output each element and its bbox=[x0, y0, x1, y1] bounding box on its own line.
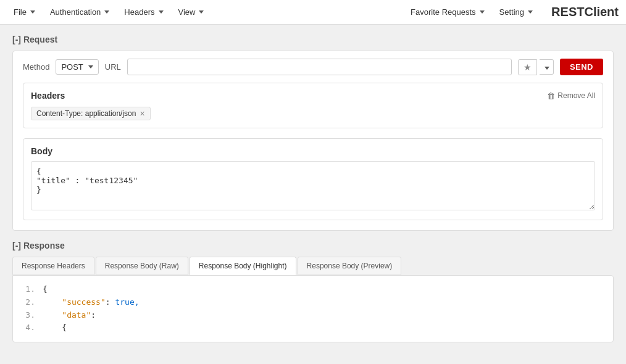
header-tags: Content-Type: application/json × bbox=[31, 107, 595, 120]
body-title: Body bbox=[31, 146, 595, 156]
response-section-header: [-] Response bbox=[12, 241, 614, 250]
request-section-header: [-] Request bbox=[12, 35, 614, 44]
code-line-3: 3. "data": bbox=[23, 309, 603, 322]
nav-file[interactable]: File bbox=[7, 0, 41, 25]
body-textarea[interactable]: { "title" : "test12345" } bbox=[31, 161, 595, 210]
tab-response-headers[interactable]: Response Headers bbox=[12, 257, 94, 275]
nav-setting[interactable]: Setting bbox=[493, 0, 539, 25]
nav-file-label: File bbox=[14, 7, 27, 17]
line-number: 1. bbox=[23, 283, 35, 296]
chevron-down-icon bbox=[480, 10, 485, 14]
method-select[interactable]: POST bbox=[56, 59, 98, 75]
navbar: File Authentication Headers View Favorit… bbox=[0, 0, 626, 25]
main-content: [-] Request Method POST URL https://api.… bbox=[0, 25, 626, 352]
tab-response-body-preview[interactable]: Response Body (Preview) bbox=[298, 257, 402, 275]
favorite-star-button[interactable]: ★ bbox=[518, 59, 537, 75]
nav-authentication-label: Authentication bbox=[50, 7, 101, 17]
headers-title-row: Headers 🗑 Remove All bbox=[31, 91, 595, 101]
code-content: { bbox=[43, 321, 67, 334]
app-title: RESTClient bbox=[551, 5, 619, 19]
send-button[interactable]: SEND bbox=[560, 59, 603, 75]
navbar-left: File Authentication Headers View bbox=[7, 0, 404, 25]
remove-all-label: Remove All bbox=[557, 91, 595, 100]
method-chevron-icon bbox=[88, 65, 93, 68]
nav-headers-label: Headers bbox=[124, 7, 154, 17]
chevron-down-icon bbox=[528, 10, 533, 14]
request-panel: Method POST URL https://api.pipedrive.co… bbox=[12, 51, 614, 231]
code-line-2: 2. "success": true, bbox=[23, 296, 603, 309]
code-string: "success" bbox=[62, 297, 105, 307]
nav-favorite-requests-label: Favorite Requests bbox=[411, 7, 476, 17]
header-tag: Content-Type: application/json × bbox=[31, 107, 151, 120]
url-actions: ★ bbox=[518, 59, 554, 75]
code-line-4: 4. { bbox=[23, 321, 603, 334]
code-content: "success": true, bbox=[43, 296, 140, 309]
chevron-down-icon bbox=[199, 10, 204, 14]
line-number: 3. bbox=[23, 309, 35, 322]
remove-all-button[interactable]: 🗑 Remove All bbox=[547, 91, 595, 101]
nav-favorite-requests[interactable]: Favorite Requests bbox=[404, 0, 491, 25]
nav-setting-label: Setting bbox=[499, 7, 524, 17]
method-value: POST bbox=[61, 62, 83, 72]
line-number: 4. bbox=[23, 321, 35, 334]
code-content: "data": bbox=[43, 309, 96, 322]
url-dropdown-button[interactable] bbox=[540, 59, 554, 75]
trash-icon: 🗑 bbox=[547, 91, 555, 101]
code-string: "data" bbox=[62, 310, 91, 320]
header-tag-close-button[interactable]: × bbox=[140, 109, 144, 118]
url-input[interactable]: https://api.pipedrive.com/v1/deals?api_t… bbox=[127, 59, 512, 75]
code-boolean: true, bbox=[115, 297, 139, 307]
chevron-down-icon bbox=[104, 10, 109, 14]
nav-view-label: View bbox=[178, 7, 196, 17]
body-section: Body { "title" : "test12345" } bbox=[23, 138, 603, 220]
nav-authentication[interactable]: Authentication bbox=[44, 0, 115, 25]
chevron-down-icon bbox=[30, 10, 35, 14]
nav-headers[interactable]: Headers bbox=[118, 0, 169, 25]
url-label: URL bbox=[105, 62, 121, 72]
url-bar: Method POST URL https://api.pipedrive.co… bbox=[13, 51, 613, 83]
tab-response-body-raw[interactable]: Response Body (Raw) bbox=[96, 257, 188, 275]
response-body: 1. { 2. "success": true, 3. "data": 4. { bbox=[12, 275, 614, 342]
chevron-down-icon bbox=[159, 10, 164, 14]
url-dropdown-chevron-icon bbox=[545, 67, 549, 70]
headers-title: Headers bbox=[31, 91, 65, 101]
response-tabs-container: Response Headers Response Body (Raw) Res… bbox=[12, 257, 614, 342]
line-number: 2. bbox=[23, 296, 35, 309]
code-content: { bbox=[43, 283, 48, 296]
nav-view[interactable]: View bbox=[172, 0, 211, 25]
code-line-1: 1. { bbox=[23, 283, 603, 296]
tab-response-body-highlight[interactable]: Response Body (Highlight) bbox=[190, 257, 296, 275]
header-tag-label: Content-Type: application/json bbox=[36, 109, 136, 118]
method-label: Method bbox=[23, 62, 49, 72]
navbar-right: Favorite Requests Setting RESTClient bbox=[404, 0, 619, 25]
response-tabs: Response Headers Response Body (Raw) Res… bbox=[12, 257, 614, 275]
headers-section: Headers 🗑 Remove All Content-Type: appli… bbox=[23, 83, 603, 128]
